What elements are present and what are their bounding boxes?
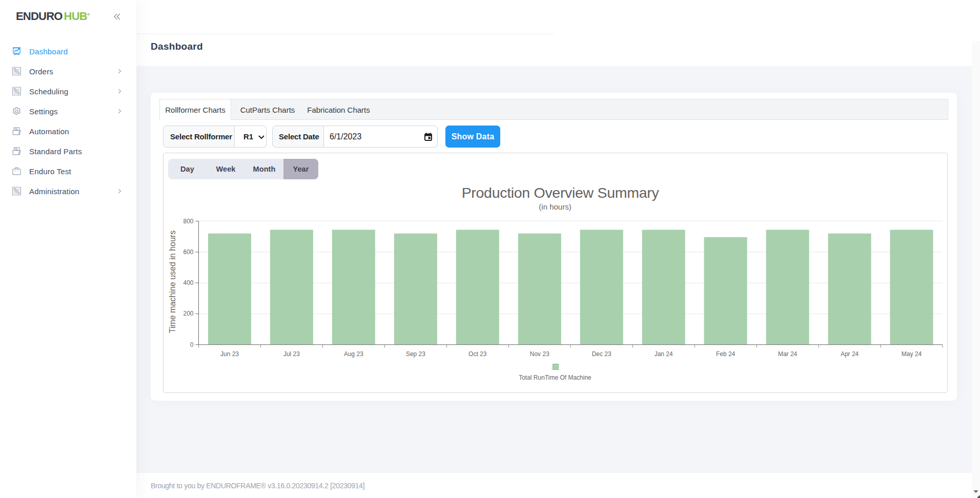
svg-text:Total RunTime Of Machine: Total RunTime Of Machine — [519, 374, 591, 381]
svg-text:May 24: May 24 — [902, 350, 922, 358]
svg-text:Jul 23: Jul 23 — [283, 350, 300, 358]
svg-text:Oct 23: Oct 23 — [468, 350, 487, 358]
svg-text:Aug 23: Aug 23 — [344, 350, 363, 358]
svg-text:Sep 23: Sep 23 — [406, 350, 425, 358]
svg-text:200: 200 — [183, 310, 193, 317]
svg-text:Time machine used in hours: Time machine used in hours — [168, 231, 177, 333]
svg-text:Mar 24: Mar 24 — [778, 350, 798, 358]
svg-text:Jan 24: Jan 24 — [655, 350, 673, 358]
svg-text:Production Overview Summary: Production Overview Summary — [462, 184, 660, 201]
svg-text:Apr 24: Apr 24 — [841, 350, 859, 358]
svg-text:400: 400 — [183, 279, 193, 286]
svg-text:800: 800 — [183, 218, 193, 225]
svg-text:600: 600 — [183, 248, 193, 256]
svg-text:Jun 23: Jun 23 — [220, 350, 239, 358]
svg-text:(in hours): (in hours) — [539, 202, 571, 211]
svg-text:Dec 23: Dec 23 — [592, 350, 611, 358]
svg-text:0: 0 — [190, 341, 194, 348]
svg-text:Feb 24: Feb 24 — [716, 350, 736, 358]
svg-text:Nov 23: Nov 23 — [530, 350, 549, 358]
